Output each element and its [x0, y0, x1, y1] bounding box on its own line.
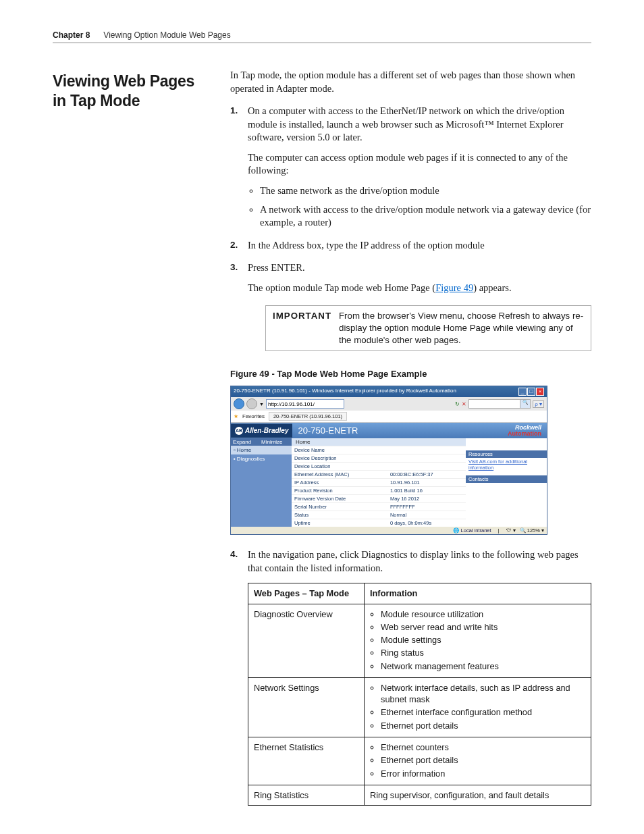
device-info-key: Status [292, 511, 387, 519]
step-4: 4. In the navigation pane, click Diagnos… [230, 548, 591, 806]
section-heading: Viewing Web Pages in Tap Mode [53, 72, 211, 111]
window-controls: _□× [518, 388, 544, 396]
ie-favorites-bar: ★ Favorites 20-750-ENETR (10.91.96.101) [231, 411, 547, 423]
breadcrumb: Home [292, 438, 466, 446]
info-item: Ethernet counters [381, 741, 585, 753]
step-1-num: 1. [230, 105, 238, 117]
protected-mode-icon: 🛡 ▾ [506, 527, 516, 533]
important-box: IMPORTANT From the browser's View menu, … [265, 305, 591, 351]
device-info-key: Device Description [292, 454, 387, 463]
nav-expand[interactable]: Expand [233, 439, 261, 445]
device-info-key: IP Address [292, 479, 387, 487]
info-item: Error information [381, 768, 585, 779]
security-zone: 🌐 Local intranet [453, 527, 491, 533]
zoom-level[interactable]: 🔍 125% ▾ [520, 527, 544, 533]
device-info-value [387, 463, 466, 471]
max-icon[interactable]: □ [527, 388, 535, 396]
step-2-text: In the Address box, type the IP address … [248, 239, 591, 253]
info-page-name: Ethernet Statistics [248, 737, 365, 785]
step-1-p2: The computer can access option module we… [248, 151, 591, 178]
device-info-row: Firmware Version DateMay 16 2012 [292, 495, 466, 503]
chapter-label: Chapter 8 [53, 30, 90, 40]
search-input[interactable]: 🔍 [468, 399, 531, 409]
page-header: Chapter 8 Viewing Option Module Web Page… [53, 30, 591, 43]
nav-pane: ExpandMinimize ▫Home ▪Diagnostics [231, 438, 292, 527]
step-1: 1. On a computer with access to the Ethe… [230, 105, 591, 230]
info-page-name: Diagnostic Overview [248, 604, 365, 677]
info-item: Network management features [381, 660, 585, 672]
device-info-value: FFFFFFFF [387, 503, 466, 511]
step-1-bullet-2: A network with access to the drive/optio… [260, 203, 591, 230]
dropdown-icon[interactable]: ▼ [259, 402, 264, 407]
back-icon[interactable] [234, 398, 244, 409]
step-3-after-pre: The option module Tap mode web Home Page… [248, 282, 435, 293]
device-info-key: Ethernet Address (MAC) [292, 471, 387, 479]
important-label: IMPORTANT [273, 310, 339, 346]
device-info-key: Device Location [292, 463, 387, 471]
device-info-value [387, 446, 466, 454]
info-details: Module resource utilizationWeb server re… [365, 604, 591, 677]
device-info-value: 00:00:BC:E6:5F:37 [387, 471, 466, 479]
ab-logo-icon: AB [235, 427, 243, 435]
info-page-name: Ring Statistics [248, 785, 365, 805]
device-info-value: Normal [387, 511, 466, 519]
rockwell-logo: RockwellAutomation [508, 425, 541, 436]
step-4-text: In the navigation pane, click Diagnostic… [248, 548, 591, 575]
info-row: Ring StatisticsRing supervisor, configur… [248, 785, 591, 805]
device-info-row: Uptime0 days, 0h:0m:49s [292, 519, 466, 527]
ab-link[interactable]: Visit AB.com for additional information [466, 458, 547, 471]
close-icon[interactable]: × [536, 388, 544, 396]
nav-home[interactable]: ▫Home [231, 446, 292, 454]
device-info-value [387, 454, 466, 463]
device-info-value: 0 days, 0h:0m:49s [387, 519, 466, 527]
ie-titlebar: 20-750-ENETR (10.91.96.101) - Windows In… [231, 386, 547, 397]
device-info-value: May 16 2012 [387, 495, 466, 503]
step-2-num: 2. [230, 239, 238, 251]
info-details: Ring supervisor, configuration, and faul… [365, 785, 591, 805]
step-1-p1: On a computer with access to the EtherNe… [248, 105, 591, 145]
step-3: 3. Press ENTER. The option module Tap mo… [230, 261, 591, 351]
device-info-key: Uptime [292, 519, 387, 527]
contacts-header: Contacts [466, 475, 547, 483]
page-banner: AB Allen-Bradley 20-750-ENETR RockwellAu… [231, 423, 547, 438]
page-icon: ▫ [234, 447, 236, 453]
device-info-value: 10.91.96.101 [387, 479, 466, 487]
nav-minimize[interactable]: Minimize [261, 439, 290, 445]
search-options-icon[interactable]: ρ ▾ [533, 400, 544, 408]
info-item: Ethernet interface configuration method [381, 706, 585, 718]
important-text: From the browser's View menu, choose Ref… [339, 310, 584, 346]
info-row: Network SettingsNetwork interface detail… [248, 677, 591, 737]
browser-tab[interactable]: 20-750-ENETR (10.91.96.101) [269, 412, 347, 421]
url-input[interactable] [266, 399, 344, 409]
search-go-icon[interactable]: 🔍 [520, 400, 530, 408]
allen-bradley-logo: AB Allen-Bradley [231, 424, 292, 438]
ie-title: 20-750-ENETR (10.91.96.101) - Windows In… [234, 388, 456, 396]
device-info-key: Firmware Version Date [292, 495, 387, 503]
resources-header: Resources [466, 450, 547, 458]
info-details: Network interface details, such as IP ad… [365, 677, 591, 737]
intro-paragraph: In Tap mode, the option module has a dif… [230, 69, 591, 95]
info-item: Web server read and write hits [381, 621, 585, 633]
step-1-bullet-1: The same network as the drive/option mod… [260, 184, 591, 198]
ie-window: 20-750-ENETR (10.91.96.101) - Windows In… [230, 386, 547, 535]
device-info-row: Serial NumberFFFFFFFF [292, 503, 466, 511]
favorites-star-icon[interactable]: ★ [234, 413, 238, 419]
step-4-num: 4. [230, 548, 238, 561]
nav-diagnostics[interactable]: ▪Diagnostics [231, 454, 292, 463]
step-3-text: Press ENTER. [248, 261, 591, 275]
device-info-key: Product Revision [292, 487, 387, 495]
forward-icon[interactable] [246, 398, 257, 409]
figure-49-link[interactable]: Figure 49 [435, 282, 473, 293]
step-3-num: 3. [230, 261, 238, 273]
favorites-label[interactable]: Favorites [242, 413, 265, 419]
min-icon[interactable]: _ [518, 388, 527, 396]
tap-mode-table: Web Pages – Tap Mode Information Diagnos… [248, 583, 591, 806]
step-2: 2. In the Address box, type the IP addre… [230, 239, 591, 253]
info-item: Network interface details, such as IP ad… [381, 682, 585, 706]
info-row: Ethernet StatisticsEthernet countersEthe… [248, 737, 591, 785]
th-info: Information [365, 583, 591, 604]
stop-icon[interactable]: ✕ [462, 401, 466, 407]
refresh-icon[interactable]: ↻ [455, 401, 460, 407]
device-info-key: Serial Number [292, 503, 387, 511]
device-info-row: Device Name [292, 446, 466, 454]
